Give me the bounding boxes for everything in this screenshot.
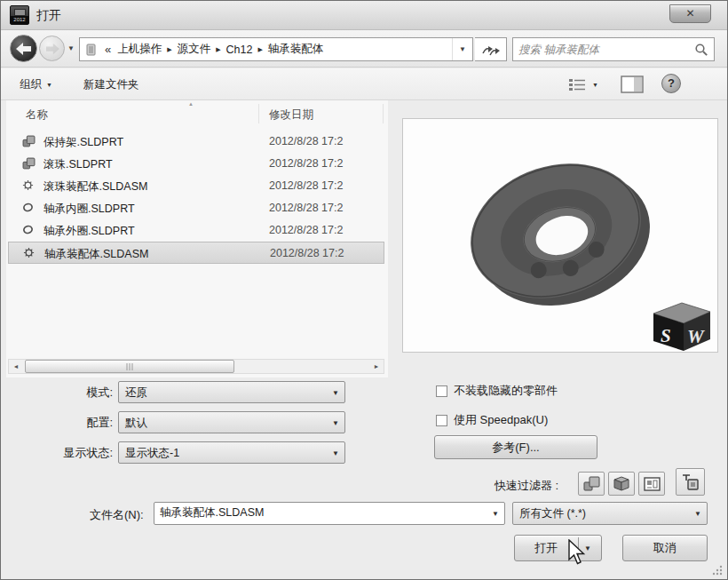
resize-grip[interactable]: [711, 564, 723, 576]
display-state-label: 显示状态:: [3, 445, 113, 461]
titlebar[interactable]: 2012 打开 ✕: [1, 1, 727, 30]
file-date: 2012/8/28 17:2: [270, 247, 384, 259]
filename-label: 文件名(N):: [90, 507, 144, 523]
column-header-date[interactable]: 修改日期: [269, 107, 313, 123]
column-header-name[interactable]: 名称: [26, 107, 48, 123]
chevron-down-icon: ▼: [332, 449, 339, 457]
chevron-down-icon: ▼: [332, 419, 339, 427]
quick-filter-assemblies-button[interactable]: [608, 472, 635, 496]
drawing-filter-icon: [644, 477, 661, 491]
open-dialog: 2012 打开 ✕ ▼ « 上机操作 ▶ 源文件 ▶: [0, 0, 728, 580]
back-arrow-icon: [16, 42, 32, 56]
column-divider[interactable]: [383, 104, 384, 123]
mode-value: 还原: [125, 385, 147, 401]
file-row[interactable]: 滚珠.SLDPRT 2012/8/28 17:2: [8, 153, 384, 175]
chevron-down-icon: ▼: [332, 389, 339, 397]
folder-icon: [84, 44, 98, 56]
scroll-right-icon[interactable]: ►: [369, 361, 384, 372]
change-view-button[interactable]: ▼: [564, 74, 610, 95]
breadcrumb-overflow[interactable]: «: [105, 43, 111, 56]
file-row-selected[interactable]: 轴承装配体.SLDASM 2012/8/28 17:2: [8, 242, 384, 264]
hide-hidden-components-checkbox-row[interactable]: 不装载隐藏的零部件: [436, 383, 558, 399]
file-date: 2012/8/28 17:2: [269, 157, 383, 170]
horizontal-scrollbar[interactable]: ◄ ►: [8, 359, 384, 374]
breadcrumb-separator-icon[interactable]: ▶: [257, 46, 262, 53]
file-row[interactable]: 轴承外圈.SLDPRT 2012/8/28 17:2: [8, 219, 384, 242]
navigation-bar: ▼ « 上机操作 ▶ 源文件 ▶ Ch12 ▶ 轴承装配体 ▼: [1, 30, 727, 68]
address-bar[interactable]: « 上机操作 ▶ 源文件 ▶ Ch12 ▶ 轴承装配体 ▼: [79, 37, 473, 61]
references-button[interactable]: 参考(F)...: [434, 435, 597, 459]
organize-button[interactable]: 组织 ▼: [12, 75, 60, 94]
ring-part-icon: [22, 224, 34, 235]
search-icon: [694, 43, 708, 57]
references-button-label: 参考(F)...: [492, 441, 539, 454]
close-button[interactable]: ✕: [669, 4, 711, 23]
new-folder-button[interactable]: 新建文件夹: [75, 75, 147, 94]
scrollbar-grip: [127, 363, 133, 370]
part-filter-icon: [583, 476, 600, 491]
configuration-label: 配置:: [3, 415, 113, 431]
configuration-select[interactable]: 默认 ▼: [118, 411, 345, 433]
file-date: 2012/8/28 17:2: [269, 224, 383, 236]
use-speedpak-checkbox-row[interactable]: 使用 Speedpak(U): [436, 412, 548, 428]
window-title: 打开: [36, 8, 61, 24]
checkbox-unchecked[interactable]: [436, 385, 447, 397]
new-folder-label: 新建文件夹: [83, 77, 139, 92]
search-input[interactable]: [518, 40, 683, 59]
part-icon: [22, 135, 36, 148]
address-dropdown-icon[interactable]: ▼: [452, 38, 472, 60]
filename-combobox[interactable]: ▼: [154, 502, 505, 525]
views-dropdown-icon: ▼: [592, 82, 598, 88]
file-name: 轴承装配体.SLDASM: [44, 247, 148, 262]
assembly-icon: [22, 179, 34, 191]
filetype-select[interactable]: 所有文件 (*.*) ▼: [512, 502, 708, 525]
part-icon: [22, 157, 36, 171]
column-divider[interactable]: [258, 104, 259, 123]
filetype-value: 所有文件 (*.*): [519, 506, 586, 521]
file-date: 2012/8/28 17:2: [269, 135, 383, 147]
breadcrumb-item[interactable]: Ch12: [226, 44, 253, 56]
organize-dropdown-icon: ▼: [46, 82, 52, 88]
mode-select[interactable]: 还原 ▼: [118, 381, 345, 403]
breadcrumb-separator-icon[interactable]: ▶: [167, 46, 171, 53]
sort-ascending-icon: ▲: [188, 101, 194, 107]
file-list: ▲ 名称 修改日期 保持架.SLDPRT 2012/8/28 17:2 滚珠.S…: [6, 100, 388, 377]
scrollbar-thumb[interactable]: [25, 360, 234, 373]
forward-button[interactable]: [39, 36, 65, 61]
refresh-button[interactable]: [475, 37, 507, 61]
search-box[interactable]: [512, 37, 715, 61]
file-row[interactable]: 轴承内圈.SLDPRT 2012/8/28 17:2: [8, 197, 384, 219]
command-toolbar: 组织 ▼ 新建文件夹 ▼ ?: [1, 68, 727, 100]
back-button[interactable]: [10, 35, 37, 62]
close-icon: ✕: [685, 7, 694, 20]
preview-pane-toggle-button[interactable]: [621, 75, 644, 97]
hide-hidden-components-label: 不装载隐藏的零部件: [454, 383, 558, 399]
logo-letter-w: W: [687, 326, 705, 347]
breadcrumb-item[interactable]: 源文件: [178, 42, 211, 57]
filename-input[interactable]: [160, 505, 461, 521]
breadcrumb-item[interactable]: 上机操作: [117, 42, 162, 57]
cancel-button[interactable]: 取消: [622, 535, 708, 561]
open-button[interactable]: 打开 ▼: [514, 535, 602, 561]
forward-arrow-icon: [45, 43, 59, 55]
file-row[interactable]: 滚珠装配体.SLDASM 2012/8/28 17:2: [8, 175, 384, 197]
recent-locations-dropdown-icon[interactable]: ▼: [67, 44, 75, 52]
file-name: 滚珠.SLDPRT: [44, 157, 113, 172]
chevron-down-icon: ▼: [492, 510, 499, 518]
quick-filter-top-level-button[interactable]: [676, 468, 705, 496]
quick-filter-drawings-button[interactable]: [638, 472, 665, 496]
chevron-down-icon: ▼: [694, 510, 701, 518]
file-name: 轴承外圈.SLDPRT: [44, 224, 135, 239]
assembly-icon: [23, 247, 35, 258]
file-row[interactable]: 保持架.SLDPRT 2012/8/28 17:2: [8, 131, 384, 153]
help-icon: ?: [668, 76, 675, 90]
solidworks-app-icon: 2012: [10, 5, 29, 25]
list-view-icon: [568, 77, 587, 92]
breadcrumb-separator-icon[interactable]: ▶: [216, 46, 220, 53]
help-button[interactable]: ?: [661, 74, 681, 93]
scroll-left-icon[interactable]: ◄: [9, 361, 23, 372]
display-state-select[interactable]: 显示状态-1 ▼: [118, 441, 345, 464]
quick-filter-parts-button[interactable]: [578, 472, 605, 496]
checkbox-unchecked[interactable]: [436, 415, 447, 426]
breadcrumb-item[interactable]: 轴承装配体: [268, 42, 324, 57]
